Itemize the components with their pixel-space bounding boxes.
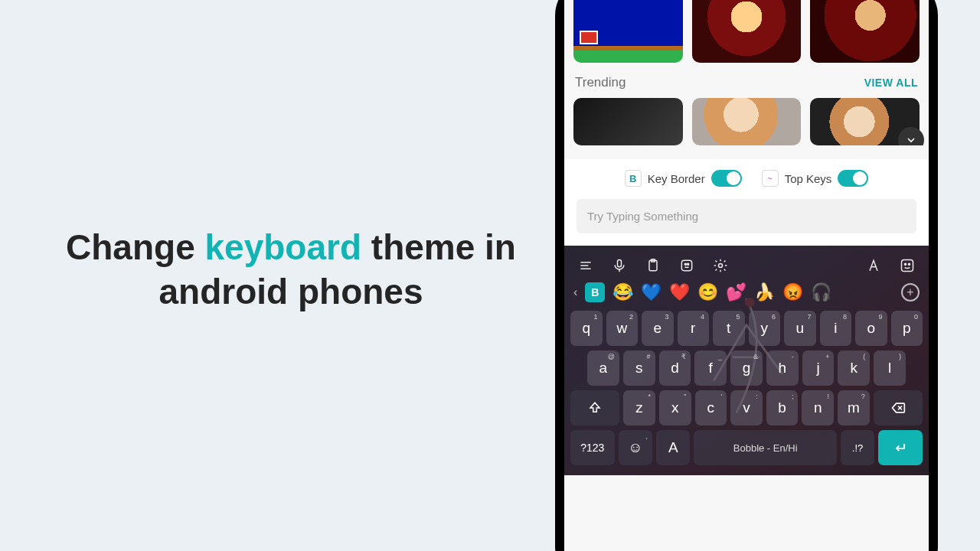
- svg-rect-8: [681, 260, 691, 270]
- theme-thumb[interactable]: [692, 0, 802, 63]
- space-key[interactable]: Bobble - En/Hi: [694, 430, 836, 465]
- key-border-label: Key Border: [648, 172, 705, 185]
- section-title-trending: Trending: [575, 75, 626, 90]
- try-typing-input[interactable]: Try Typing Something: [577, 199, 916, 233]
- top-keys-toggle[interactable]: [838, 170, 868, 187]
- key-d[interactable]: d₹: [659, 350, 691, 386]
- key-k[interactable]: k(: [838, 350, 870, 386]
- key-border-toggle[interactable]: [711, 170, 742, 187]
- key-row-1: q1w2e3r4t5y6u7i8o9p0: [569, 308, 924, 348]
- font-icon[interactable]: [863, 255, 884, 276]
- key-s[interactable]: s#: [623, 350, 655, 386]
- svg-point-10: [688, 263, 689, 265]
- svg-rect-13: [902, 260, 913, 272]
- key-o[interactable]: o9: [855, 311, 887, 346]
- theme-thumb[interactable]: [573, 0, 683, 63]
- key-c[interactable]: c': [695, 390, 727, 425]
- key-q[interactable]: q1: [570, 311, 603, 346]
- emoji-suggestion[interactable]: 😡: [782, 282, 803, 302]
- enter-key[interactable]: [878, 430, 923, 465]
- language-key[interactable]: A: [656, 430, 690, 465]
- key-row-2: a@s#d₹f_g&h-j+k(l): [569, 348, 924, 388]
- period-key[interactable]: .!?: [841, 430, 874, 465]
- gear-icon[interactable]: [710, 255, 731, 276]
- symbols-key[interactable]: ?123: [570, 430, 615, 465]
- svg-point-9: [684, 263, 686, 265]
- keyboard-settings-panel: B Key Border ~ Top Keys Try Typing Somet…: [564, 159, 929, 246]
- trending-thumbnails-row: [564, 98, 929, 145]
- mic-icon[interactable]: [609, 255, 630, 276]
- emoji-panel-icon[interactable]: [897, 255, 918, 276]
- keyboard: ‹ B 😂💙❤️😊💕🍌😡🎧 + q1w2e3r4t5y6u7i8o9p0 a@s…: [564, 246, 929, 475]
- key-p[interactable]: p0: [891, 311, 923, 346]
- theme-thumb[interactable]: [573, 98, 683, 145]
- key-row-bottom: ?123 ☺, A Bobble - En/Hi .!?: [569, 428, 924, 468]
- svg-point-15: [908, 263, 910, 265]
- theme-thumb[interactable]: [692, 98, 802, 145]
- key-i[interactable]: i8: [820, 311, 852, 346]
- view-all-link[interactable]: VIEW ALL: [864, 77, 918, 89]
- emoji-suggestion[interactable]: 😊: [697, 282, 718, 302]
- top-keys-label: Top Keys: [785, 172, 832, 185]
- phone-frame: Trending VIEW ALL B Key Border: [555, 0, 938, 551]
- add-emoji-button[interactable]: +: [901, 283, 920, 302]
- key-g[interactable]: g&: [730, 350, 763, 386]
- key-border-icon: B: [625, 170, 642, 187]
- key-a[interactable]: a@: [587, 350, 619, 386]
- key-j[interactable]: j+: [802, 350, 835, 386]
- key-h[interactable]: h-: [766, 350, 799, 386]
- key-b[interactable]: b;: [766, 390, 799, 425]
- emoji-suggestion[interactable]: 💙: [641, 282, 662, 302]
- shift-key[interactable]: [570, 390, 619, 425]
- key-m[interactable]: m?: [838, 390, 870, 425]
- keyboard-toolbar: [569, 252, 924, 282]
- headline: Change keyboard theme in android phones: [31, 226, 551, 314]
- emoji-suggestion-row: ‹ B 😂💙❤️😊💕🍌😡🎧 +: [569, 282, 924, 308]
- svg-rect-4: [618, 260, 622, 267]
- backspace-key[interactable]: [874, 390, 923, 425]
- emoji-key[interactable]: ☺,: [619, 430, 652, 465]
- key-r[interactable]: r4: [678, 311, 710, 346]
- svg-point-14: [904, 263, 906, 265]
- menu-icon[interactable]: [575, 255, 596, 276]
- collapse-toggle[interactable]: [898, 127, 924, 145]
- emoji-suggestion[interactable]: 🎧: [811, 282, 831, 302]
- key-z[interactable]: z*: [623, 390, 655, 425]
- key-y[interactable]: y6: [749, 311, 781, 346]
- key-x[interactable]: x": [659, 390, 691, 425]
- key-n[interactable]: n!: [802, 390, 834, 425]
- emoji-suggestion[interactable]: 💕: [726, 282, 746, 302]
- key-v[interactable]: v:: [730, 390, 763, 425]
- app-badge-icon[interactable]: B: [585, 282, 605, 302]
- svg-point-11: [719, 264, 723, 268]
- theme-thumb[interactable]: [810, 0, 920, 63]
- key-e[interactable]: e3: [642, 311, 674, 346]
- key-u[interactable]: u7: [784, 311, 816, 346]
- key-l[interactable]: l): [874, 350, 906, 386]
- key-row-3: z*x"c'v:b;n!m?: [569, 388, 924, 428]
- chevron-left-icon[interactable]: ‹: [573, 285, 577, 299]
- key-f[interactable]: f_: [694, 350, 727, 386]
- theme-thumbnails-row: [564, 0, 929, 63]
- clipboard-icon[interactable]: [642, 255, 664, 276]
- key-t[interactable]: t5: [713, 311, 745, 346]
- key-w[interactable]: w2: [606, 311, 639, 346]
- sticker-icon[interactable]: [676, 255, 697, 276]
- emoji-suggestion[interactable]: ❤️: [669, 282, 690, 302]
- emoji-suggestion[interactable]: 😂: [612, 282, 633, 302]
- emoji-suggestion[interactable]: 🍌: [754, 282, 775, 302]
- top-keys-icon: ~: [762, 170, 779, 187]
